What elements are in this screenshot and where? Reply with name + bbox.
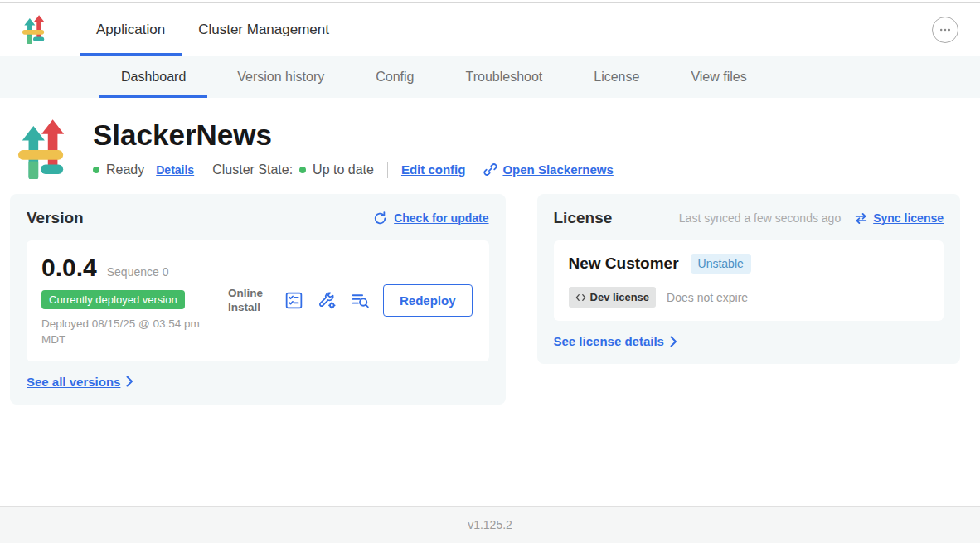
customer-name: New Customer (569, 255, 679, 273)
deployed-timestamp: Deployed 08/15/25 @ 03:54 pm MDT (41, 317, 220, 348)
see-license-details-label: See license details (554, 334, 664, 348)
edit-config-link[interactable]: Edit config (401, 162, 466, 177)
version-actions: Online Install (228, 284, 474, 317)
subnav-tab-version-history[interactable]: Version history (216, 56, 346, 98)
subnav-tab-troubleshoot-label: Troubleshoot (465, 70, 542, 85)
app-status-text: Ready (106, 162, 144, 177)
slackernews-logo-icon (22, 15, 46, 45)
redeploy-button[interactable]: Redeploy (383, 284, 473, 317)
version-card-header: Version Check for update (27, 209, 489, 227)
check-for-update-link[interactable]: Check for update (373, 211, 488, 225)
see-all-versions-link[interactable]: See all versions (27, 375, 133, 389)
check-for-update-link-label: Check for update (394, 211, 488, 225)
license-sync-group: Last synced a few seconds ago Sync licen… (679, 211, 944, 225)
status-divider (387, 162, 388, 178)
console-footer: v1.125.2 (0, 506, 980, 543)
cluster-state-value: Up to date (313, 162, 374, 177)
top-header: Application Cluster Management (0, 3, 980, 56)
license-expiry: Does not expire (667, 291, 748, 304)
page-title: SlackerNews (93, 119, 614, 152)
license-card-header: License Last synced a few seconds ago Sy… (554, 209, 944, 227)
dashboard-cards: Version Check for update 0.0.4 Sequence … (0, 181, 980, 405)
deployed-version-badge: Currently deployed version (41, 290, 185, 309)
dashboard-main: SlackerNews Ready Details Cluster State:… (0, 98, 980, 506)
console-version: v1.125.2 (468, 518, 512, 531)
subnav-tab-license-label: License (594, 70, 639, 85)
app-status-row: Ready Details Cluster State: Up to date … (93, 162, 614, 178)
current-version-info: 0.0.4 Sequence 0 Currently deployed vers… (41, 254, 228, 348)
license-customer-row: New Customer Unstable (569, 254, 929, 274)
install-type-label: Online Install (228, 287, 271, 315)
refresh-icon (373, 211, 387, 225)
code-brackets-icon (575, 293, 586, 302)
subnav-tab-config[interactable]: Config (354, 56, 435, 98)
version-card: Version Check for update 0.0.4 Sequence … (10, 194, 506, 405)
ready-status-dot (93, 167, 99, 173)
license-card: License Last synced a few seconds ago Sy… (537, 194, 960, 364)
channel-badge: Unstable (691, 254, 751, 274)
version-number: 0.0.4 (41, 254, 97, 282)
chevron-right-icon (670, 336, 677, 347)
deploy-logs-icon[interactable] (350, 290, 371, 311)
sync-license-link[interactable]: Sync license (854, 211, 944, 225)
subnav-tab-dashboard-label: Dashboard (121, 70, 186, 85)
subnav-tab-view-files[interactable]: View files (669, 56, 768, 98)
subnav-tab-dashboard[interactable]: Dashboard (99, 56, 207, 98)
license-card-title: License (554, 209, 613, 227)
cluster-state-dot (299, 167, 306, 173)
last-synced-text: Last synced a few seconds ago (679, 211, 841, 225)
configure-wrench-icon[interactable] (317, 290, 337, 311)
chain-link-icon (483, 162, 497, 177)
current-version-card: 0.0.4 Sequence 0 Currently deployed vers… (27, 240, 489, 361)
sync-arrows-icon (854, 211, 868, 225)
cluster-state-label: Cluster State: (212, 162, 293, 177)
status-details-link[interactable]: Details (156, 163, 194, 177)
subnav-tab-version-history-label: Version history (237, 70, 324, 85)
subnav-tab-license[interactable]: License (572, 56, 661, 98)
license-type-row: Dev license Does not expire (569, 287, 929, 308)
tab-cluster-management-label: Cluster Management (198, 22, 329, 38)
slackernews-app-icon (17, 119, 68, 181)
chevron-right-icon (126, 376, 133, 387)
version-sequence: Sequence 0 (107, 265, 169, 279)
license-type-badge: Dev license (569, 287, 657, 308)
app-header: SlackerNews Ready Details Cluster State:… (0, 98, 980, 181)
more-menu-button[interactable] (932, 17, 958, 43)
subnav-tab-view-files-label: View files (691, 70, 746, 85)
see-license-details-link[interactable]: See license details (554, 334, 677, 348)
version-card-title: Version (27, 209, 84, 227)
open-app-link-label: Open Slackernews (502, 162, 613, 177)
subnav-tab-troubleshoot[interactable]: Troubleshoot (444, 56, 564, 98)
app-logo[interactable] (22, 15, 46, 45)
license-type-label: Dev license (590, 291, 650, 303)
tab-cluster-management[interactable]: Cluster Management (182, 3, 346, 56)
tab-application[interactable]: Application (80, 3, 182, 56)
ellipsis-icon (939, 23, 952, 36)
license-details-card: New Customer Unstable Dev license Does n… (554, 240, 944, 321)
sync-license-label: Sync license (873, 211, 944, 225)
release-notes-icon[interactable] (284, 290, 304, 311)
tab-application-label: Application (96, 22, 165, 38)
subnav-tab-config-label: Config (376, 70, 414, 85)
open-app-link[interactable]: Open Slackernews (483, 162, 613, 177)
app-subnav: Dashboard Version history Config Trouble… (0, 56, 980, 98)
see-all-versions-label: See all versions (27, 375, 120, 389)
